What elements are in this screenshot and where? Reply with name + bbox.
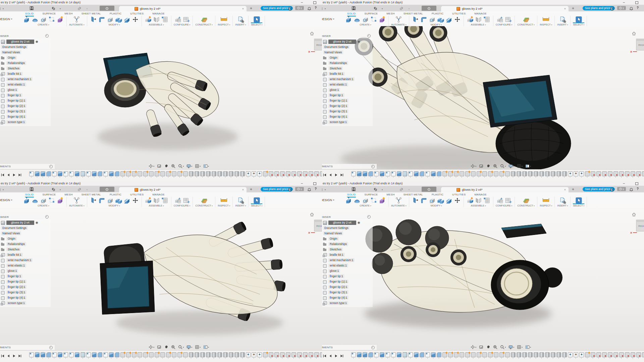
browser-item-screen-type-1[interactable]: ▸screen type:1 <box>322 119 373 125</box>
browser-item-finger-tip-4-1[interactable]: ▸finger tip (4):1 <box>322 114 373 119</box>
timeline-feature-copy[interactable] <box>274 352 279 357</box>
browser-item-label[interactable]: Document Settings <box>323 45 350 49</box>
zoom-icon[interactable] <box>493 345 497 349</box>
timeline-feature-sketch[interactable] <box>52 171 57 176</box>
move-copy-icon[interactable] <box>131 197 139 204</box>
browser-item-finger-tip-1-1[interactable]: ▸finger tip (1):1 <box>0 98 51 103</box>
browser-item-label[interactable]: finger tip (3):1 <box>328 290 348 294</box>
workspace-selector[interactable]: DESIGN <box>0 14 18 24</box>
browser-item-label[interactable]: wrist mechanism:1 <box>6 258 33 262</box>
timeline-feature-copy[interactable] <box>297 352 302 357</box>
zoom-icon[interactable] <box>171 345 175 349</box>
timeline-feature-comp[interactable] <box>149 171 154 176</box>
timeline-feature-copy[interactable] <box>269 171 273 176</box>
ribbon-tab-utilities[interactable]: UTILITIES <box>452 193 466 197</box>
timeline-feature-comp[interactable] <box>160 352 165 357</box>
browser-item-label[interactable]: Sketches <box>328 66 343 70</box>
timeline-feature-newcomp[interactable] <box>126 171 131 176</box>
redo-icon[interactable] <box>399 187 405 191</box>
browser-item-named-views[interactable]: ▸Named Views <box>322 231 373 236</box>
timeline-feature-extrude[interactable] <box>58 171 62 176</box>
timeline-feature-extrude[interactable] <box>414 352 419 357</box>
ribbon-tab-solid[interactable]: SOLID <box>25 193 34 197</box>
browser-item-label[interactable]: wrist mechanism:1 <box>6 77 33 81</box>
undo-icon[interactable] <box>373 187 378 191</box>
timeline-feature-move[interactable] <box>568 171 573 176</box>
timeline-feature-newcomp[interactable] <box>263 352 268 357</box>
browser-item-origin[interactable]: ▸Origin <box>322 236 373 241</box>
browser-item-label[interactable]: Sketches <box>6 247 21 251</box>
display-settings-icon[interactable]: ▾ <box>508 345 514 349</box>
timeline-feature-copy[interactable] <box>642 352 644 357</box>
timeline-feature-newcomp[interactable] <box>442 352 447 357</box>
save-icon[interactable] <box>352 6 357 10</box>
timeline-feature-joint[interactable] <box>534 352 538 357</box>
browser-item-finger-tip-2-1[interactable]: ▸finger tip (2):1 <box>0 284 51 290</box>
timeline-feature-joint[interactable] <box>517 171 521 176</box>
timeline-feature-extrude[interactable] <box>397 352 401 357</box>
browser-item-label[interactable]: screen type:1 <box>6 301 26 305</box>
shell-icon[interactable] <box>106 197 114 204</box>
timeline-step-back-button[interactable] <box>329 353 332 359</box>
fillet-icon[interactable] <box>420 197 428 204</box>
browser-item-label[interactable]: screen type:1 <box>328 120 348 124</box>
timeline-feature-copy[interactable] <box>591 171 595 176</box>
browser-item-screen-type-1[interactable]: ▸screen type:1 <box>0 119 51 125</box>
timeline-feature-copy[interactable] <box>309 171 313 176</box>
construction-plane-icon[interactable] <box>200 16 208 23</box>
browser-item-label[interactable]: finger tip (1):1 <box>6 99 26 103</box>
timeline-feature-joint[interactable] <box>195 352 199 357</box>
comments-collapse-icon[interactable] <box>371 165 375 168</box>
browser-item-label[interactable]: braille kit:1 <box>328 72 345 76</box>
viewcube-widget[interactable]: Z RIGHT X <box>308 212 322 236</box>
grid-settings-icon[interactable]: ▾ <box>517 345 523 349</box>
timeline-feature-newcomp[interactable] <box>166 352 171 357</box>
timeline-feature-extrude[interactable] <box>431 171 436 176</box>
timeline-feature-copy[interactable] <box>608 171 612 176</box>
document-tab-close-icon[interactable]: × <box>564 188 566 191</box>
timeline-feature-newcomp[interactable] <box>120 352 125 357</box>
restore-button[interactable] <box>634 181 639 185</box>
browser-root-label[interactable]: gloves try 2 v4 <box>328 221 356 225</box>
timeline-feature-copy[interactable] <box>269 352 273 357</box>
timeline-feature-joint[interactable] <box>200 171 205 176</box>
redo-caret[interactable]: ▾ <box>87 7 88 10</box>
restore-button[interactable] <box>312 0 317 4</box>
select-cursor-icon[interactable] <box>575 197 583 204</box>
minimize-button[interactable]: – <box>622 0 626 4</box>
ribbon-tab-mesh[interactable]: MESH <box>386 12 394 16</box>
timeline-feature-extrude[interactable] <box>109 171 114 176</box>
configuration-icon[interactable] <box>496 197 504 204</box>
timeline-feature-comp[interactable] <box>505 171 510 176</box>
timeline-feature-sketch[interactable] <box>408 171 413 176</box>
browser-item-label[interactable]: finger tip:1 <box>6 93 22 97</box>
orbit-icon[interactable]: ▾ <box>149 164 154 168</box>
redo-icon[interactable] <box>77 6 83 10</box>
configuration-icon[interactable] <box>174 16 182 23</box>
ribbon-tab-manage[interactable]: MANAGE <box>152 12 164 16</box>
timeline-feature-sketch[interactable] <box>69 352 74 357</box>
orbit-icon[interactable]: ▾ <box>471 345 476 349</box>
timeline-feature-joint[interactable] <box>234 352 239 357</box>
browser-item-braille-kit-1[interactable]: ▸braille kit:1 <box>322 252 373 257</box>
move-copy-icon[interactable] <box>453 197 461 204</box>
timeline-play-button[interactable] <box>334 353 338 359</box>
combine-icon[interactable] <box>115 16 122 23</box>
redo-icon[interactable] <box>77 187 83 191</box>
browser-item-label[interactable]: braille kit:1 <box>6 253 23 257</box>
browser-item-label[interactable]: Document Settings <box>323 226 350 230</box>
shell-icon[interactable] <box>106 16 114 23</box>
timeline-feature-copy[interactable] <box>591 352 595 357</box>
ribbon-tab-mesh[interactable]: MESH <box>64 12 72 16</box>
browser-item-label[interactable]: finger tip (4):1 <box>6 296 26 300</box>
timeline-feature-move[interactable] <box>579 352 584 357</box>
timeline-feature-copy[interactable] <box>636 171 641 176</box>
timeline-feature-newcomp[interactable] <box>488 352 493 357</box>
browser-item-glove-1[interactable]: ▸glove:1 <box>0 87 51 93</box>
browser-item-wrist-elastic-1[interactable]: ▸wrist elastic:1 <box>322 82 373 87</box>
timeline-feature-copy[interactable] <box>636 352 641 357</box>
browser-item-wrist-mechanism-1[interactable]: ▸wrist mechanism:1 <box>322 257 373 263</box>
ribbon-tab-utilities[interactable]: UTILITIES <box>452 12 466 16</box>
new-component-icon[interactable] <box>144 197 152 204</box>
undo-caret[interactable]: ▾ <box>60 7 61 10</box>
